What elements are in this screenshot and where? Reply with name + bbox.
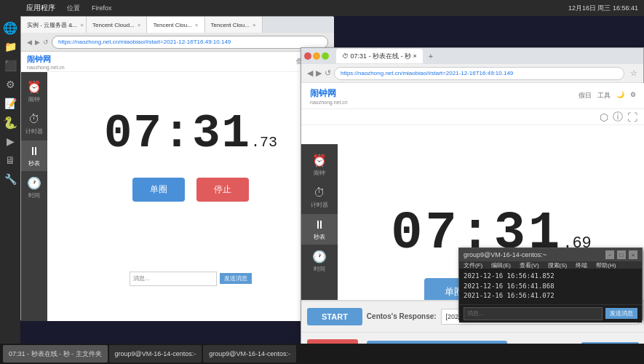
- terminal-menu: 文件(F) 编辑(E) 查看(V) 搜索(S) 终端 帮助(H): [459, 261, 642, 269]
- share-icon[interactable]: ⬡: [600, 111, 608, 123]
- minimize-window[interactable]: [313, 52, 320, 60]
- maximize-window[interactable]: [322, 52, 329, 60]
- site-logo-left: 闹钟网 naozhong.net.cn: [27, 54, 65, 70]
- share-row: ⬡ ⓘ ⛶: [301, 109, 644, 125]
- left-url-input[interactable]: https://naozhong.net.cn/miaobiao/#start=…: [52, 36, 328, 49]
- system-icons: 12月16日 周三 16:56:41: [568, 4, 638, 13]
- dock-icon-python[interactable]: 🐍: [1, 114, 19, 131]
- send-button-left[interactable]: 发送消息: [220, 273, 252, 284]
- send-area-right: 发送消息: [459, 304, 642, 323]
- clock-body-left: ⏰ 闹钟 ⏱ 计时器 ⏸ 秒表 🕐 时间 07:31: [21, 72, 334, 321]
- main-url-input[interactable]: https://naozhong.net.cn/miaobiao/#start=…: [334, 67, 624, 80]
- nav-timer[interactable]: ⏱ 计时器: [17, 108, 51, 139]
- clock-display-left: 07:31 .73 单圈 停止 group9@VM-16-14-centos:~…: [47, 72, 334, 321]
- dock-icon-terminal[interactable]: ⬛: [1, 57, 19, 74]
- send-input-right[interactable]: [464, 307, 603, 320]
- new-tab-btn[interactable]: +: [429, 52, 433, 60]
- send-area-left: 发送消息: [130, 272, 252, 286]
- terminal-body: 2021-12-16 16:56:41.852 2021-12-16 16:56…: [459, 269, 642, 304]
- dock-icon-files[interactable]: 📁: [1, 38, 19, 55]
- clock-controls-left: 单圈 停止: [132, 178, 249, 202]
- dock-icon-app2[interactable]: 🖥: [1, 151, 19, 169]
- tab-2[interactable]: Tencent Cloud... ×: [87, 17, 147, 33]
- term-menu-edit[interactable]: 编辑(E): [491, 261, 511, 269]
- main-active-tab[interactable]: ⏱ 07:31 - 秒表在线 - 秒 ×: [336, 49, 423, 63]
- left-start-btn[interactable]: 单圈: [132, 178, 185, 202]
- term-menu-search[interactable]: 搜索(S): [548, 261, 568, 269]
- window-controls: [304, 52, 329, 60]
- taskbar-item-browser[interactable]: 07:31 - 秒表在线 - 秒 - 主文件夹: [3, 345, 108, 363]
- time-display: 12月16日 周三 16:56:41: [568, 4, 638, 13]
- centos-response-label: Centos's Response:: [367, 312, 437, 320]
- close-window[interactable]: [304, 52, 311, 60]
- system-apps-label: 应用程序: [26, 3, 55, 13]
- system-bar: 应用程序 位置 Firefox 12月16日 周三 16:56:41: [20, 0, 644, 16]
- dock-icon-app3[interactable]: 🔧: [1, 170, 19, 188]
- term-menu-view[interactable]: 查看(V): [520, 261, 539, 269]
- info-icon[interactable]: ⓘ: [613, 111, 623, 124]
- clock-time-left: 07:31 .73: [104, 108, 277, 160]
- taskbar: 07:31 - 秒表在线 - 秒 - 主文件夹 group9@VM-16-14-…: [0, 344, 644, 364]
- dock-icon-browser[interactable]: 🌐: [1, 19, 19, 36]
- term-menu-paste[interactable]: 帮助(H): [596, 261, 616, 269]
- nav-clock[interactable]: ⏰ 闹钟: [17, 76, 51, 107]
- dock-icon-settings[interactable]: ⚙: [1, 76, 19, 93]
- close-tab-3[interactable]: ×: [195, 22, 199, 28]
- main-back-btn[interactable]: ◀: [307, 68, 313, 78]
- term-menu-end[interactable]: 终端: [576, 261, 587, 269]
- main-site-logo: 闹钟网 naozhong.net.cn: [310, 87, 348, 105]
- taskbar-browser-label: 07:31 - 秒表在线 - 秒 - 主文件夹: [9, 349, 102, 359]
- main-forward-btn[interactable]: ▶: [316, 68, 322, 78]
- terminal-titlebar: group9@VM-16-14-centos:~ － □ ×: [459, 248, 642, 261]
- left-url-text: https://naozhong.net.cn/miaobiao/#start=…: [58, 39, 231, 45]
- system-locations-label: 位置: [67, 4, 80, 13]
- main-browser-titlebar: ⏱ 07:31 - 秒表在线 - 秒 × +: [301, 48, 643, 64]
- main-clock-header: 闹钟网 naozhong.net.cn 假日 工具 🌙 ⚙: [301, 83, 644, 109]
- taskbar-item-terminal1[interactable]: group9@VM-16-14-centos:-: [109, 345, 202, 363]
- main-url-text: https://naozhong.net.cn/miaobiao/#start=…: [341, 70, 513, 76]
- tab-3[interactable]: Tencent Clou... ×: [147, 17, 204, 33]
- left-stop-btn[interactable]: 停止: [196, 178, 249, 202]
- dock-icon-text[interactable]: 📝: [1, 95, 19, 112]
- tab-1[interactable]: 实例 - 云服务器 &... ×: [21, 17, 87, 33]
- clock-site-header: 闹钟网 naozhong.net.cn 假日 工具: [21, 52, 334, 72]
- taskbar-terminal2-label: group9@VM-16-14-centos:-: [209, 350, 290, 357]
- refresh-btn[interactable]: ↺: [43, 39, 49, 46]
- main-nav-time[interactable]: 🕐 时间: [303, 246, 336, 277]
- terminal-window-controls: － □ ×: [605, 250, 637, 259]
- terminal-title: group9@VM-16-14-centos:~: [464, 251, 546, 258]
- main-nav-clock[interactable]: ⏰ 闹钟: [303, 150, 336, 181]
- term-minimize[interactable]: －: [605, 250, 614, 259]
- forward-btn[interactable]: ▶: [35, 39, 40, 46]
- system-browser-label: Firefox: [92, 4, 112, 12]
- back-btn[interactable]: ◀: [27, 39, 32, 46]
- main-terminal: group9@VM-16-14-centos:~ － □ × 文件(F) 编辑(…: [458, 248, 643, 320]
- term-maximize[interactable]: □: [617, 250, 626, 259]
- bookmark-icon[interactable]: ☆: [630, 68, 637, 78]
- left-address-bar: ◀ ▶ ↺ https://naozhong.net.cn/miaobiao/#…: [21, 33, 334, 52]
- dock-icon-app1[interactable]: ▶: [1, 132, 19, 150]
- send-button-right[interactable]: 发送消息: [605, 308, 637, 319]
- close-tab-4[interactable]: ×: [253, 22, 256, 28]
- nav-time[interactable]: 🕐 时间: [17, 173, 51, 203]
- main-address-bar: ◀ ▶ ↺ https://naozhong.net.cn/miaobiao/#…: [301, 64, 643, 83]
- left-clock-site: 闹钟网 naozhong.net.cn 假日 工具 ⏰ 闹钟 ⏱ 计时器: [21, 52, 334, 321]
- taskbar-item-terminal2[interactable]: group9@VM-16-14-centos:-: [203, 345, 296, 363]
- send-input-left[interactable]: [130, 272, 217, 286]
- control-start-btn[interactable]: START: [307, 308, 362, 325]
- expand-icon[interactable]: ⛶: [627, 111, 637, 123]
- main-refresh-btn[interactable]: ↺: [325, 68, 331, 78]
- close-tab-2[interactable]: ×: [138, 22, 141, 28]
- clock-left-nav: ⏰ 闹钟 ⏱ 计时器 ⏸ 秒表 🕐 时间: [21, 72, 47, 321]
- term-close[interactable]: ×: [629, 250, 637, 259]
- main-nav-stopwatch[interactable]: ⏸ 秒表: [301, 214, 338, 245]
- taskbar-terminal1-label: group9@VM-16-14-centos:-: [115, 350, 196, 357]
- close-tab-1[interactable]: ×: [80, 22, 84, 28]
- term-menu-file[interactable]: 文件(F): [464, 261, 482, 269]
- left-browser-tabbar: 实例 - 云服务器 &... × Tencent Cloud... × Tenc…: [21, 17, 334, 33]
- nav-stopwatch[interactable]: ⏸ 秒表: [21, 141, 47, 171]
- main-site-nav: 假日 工具 🌙 ⚙: [579, 91, 636, 100]
- main-nav-timer[interactable]: ⏱ 计时器: [303, 182, 336, 213]
- tab-4[interactable]: Tencent Clou... ×: [205, 17, 263, 33]
